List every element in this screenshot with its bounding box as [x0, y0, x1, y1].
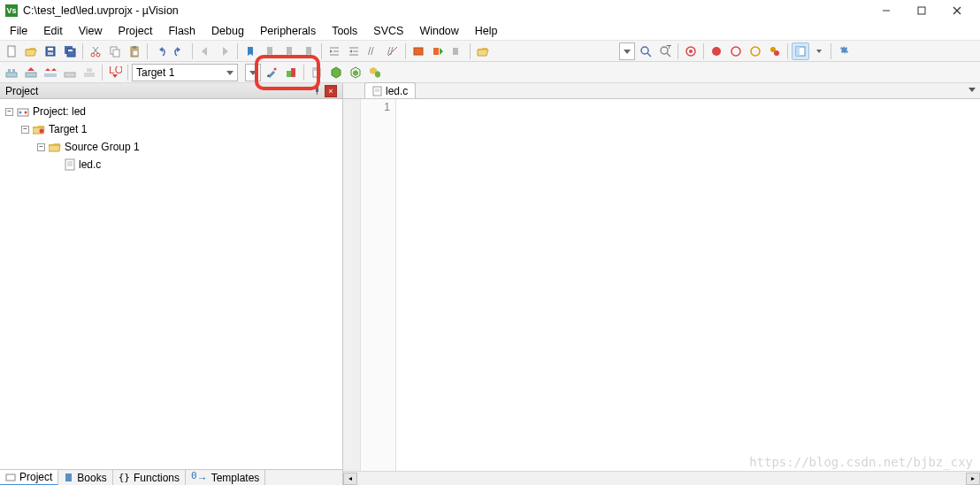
configure-button[interactable] [835, 42, 853, 60]
bookmark-toggle-button[interactable] [241, 42, 259, 60]
close-button[interactable] [939, 1, 975, 20]
menu-file[interactable]: File [2, 22, 35, 40]
stop-build-button[interactable] [80, 64, 98, 81]
panel-close-button[interactable]: × [325, 85, 337, 97]
tree-collapse-icon[interactable]: − [5, 108, 13, 116]
bookmark-clear-button[interactable] [300, 42, 318, 60]
cut-button[interactable] [87, 42, 104, 60]
tree-label: Source Group 1 [65, 141, 140, 153]
breakpoint-disable-button[interactable] [727, 42, 745, 60]
menu-edit[interactable]: Edit [35, 22, 71, 40]
editor-hscrollbar[interactable]: ◂ ▸ [343, 471, 980, 485]
undo-button[interactable] [151, 42, 169, 60]
svg-marker-55 [816, 50, 822, 53]
comment-button[interactable]: // [364, 42, 382, 60]
bookmark-prev-button[interactable] [261, 42, 279, 60]
breakpoint-killall-button[interactable] [766, 42, 784, 60]
svg-rect-65 [65, 73, 75, 77]
panel-tab-books[interactable]: Books [58, 470, 112, 486]
menu-bar: File Edit View Project Flash Debug Perip… [0, 21, 980, 41]
target-history-button[interactable] [245, 64, 261, 81]
panel-tab-project[interactable]: Project [0, 470, 58, 486]
batch-build-button[interactable] [61, 64, 79, 81]
menu-help[interactable]: Help [467, 22, 506, 40]
breakpoint-kill-button[interactable] [746, 42, 764, 60]
window-layout-button[interactable] [792, 42, 809, 60]
macro-run-button[interactable] [429, 42, 447, 60]
panel-tab-templates[interactable]: 0→ Templates [186, 470, 265, 486]
uncomment-button[interactable]: // [384, 42, 402, 60]
tree-project-root[interactable]: − Project: led [2, 103, 341, 120]
file-ext-button[interactable] [308, 64, 325, 81]
tree-collapse-icon[interactable]: − [37, 143, 45, 151]
project-panel-tabs: Project Books {} Functions 0→ Templates [0, 469, 342, 485]
tree-source-group[interactable]: − Source Group 1 [2, 138, 341, 156]
find-combo-arrow[interactable] [619, 42, 635, 60]
menu-svcs[interactable]: SVCS [365, 22, 411, 40]
target-select-combo[interactable]: Target 1 [132, 64, 238, 81]
editor-marker-margin[interactable] [343, 99, 361, 471]
tree-file-item[interactable]: led.c [2, 156, 341, 173]
save-button[interactable] [42, 42, 59, 60]
svg-rect-4 [8, 46, 15, 57]
incremental-find-button[interactable]: + [656, 42, 674, 60]
select-software-packs-button[interactable] [347, 64, 364, 81]
editor-tab[interactable]: led.c [364, 82, 416, 98]
menu-flash[interactable]: Flash [160, 22, 203, 40]
build-toolbar: LOAD Target 1 [0, 62, 980, 83]
bookmark-next-button[interactable] [280, 42, 298, 60]
debug-button[interactable] [682, 42, 700, 60]
pack-installer-button[interactable] [366, 64, 384, 81]
open-file-button[interactable] [22, 42, 40, 60]
svg-rect-88 [65, 159, 74, 170]
nav-back-button[interactable] [196, 42, 214, 60]
menu-debug[interactable]: Debug [203, 22, 252, 40]
nav-forward-button[interactable] [216, 42, 234, 60]
paste-button[interactable] [126, 42, 143, 60]
window-title: C:\test_led\led.uvprojx - µVision [23, 4, 869, 17]
menu-window[interactable]: Window [411, 22, 466, 40]
macro-stop-button[interactable] [448, 42, 466, 60]
redo-button[interactable] [171, 42, 188, 60]
menu-view[interactable]: View [71, 22, 111, 40]
find-button[interactable] [637, 42, 655, 60]
menu-peripherals[interactable]: Peripherals [252, 22, 324, 40]
tree-target[interactable]: − Target 1 [2, 120, 341, 138]
templates-tab-icon: 0→ [191, 470, 208, 484]
find-in-files-button[interactable] [474, 42, 492, 60]
outdent-button[interactable] [345, 42, 363, 60]
svg-marker-79 [353, 70, 358, 76]
scroll-right-button[interactable]: ▸ [966, 473, 980, 485]
tree-collapse-icon[interactable]: − [21, 126, 29, 134]
build-button[interactable] [22, 64, 40, 81]
project-tree[interactable]: − Project: led − Target 1 − Source Group… [0, 99, 342, 469]
options-for-target-button[interactable] [263, 64, 280, 81]
minimize-button[interactable] [869, 1, 904, 20]
menu-project[interactable]: Project [111, 22, 161, 40]
target-select-value: Target 1 [136, 66, 174, 79]
translate-button[interactable] [3, 64, 20, 81]
maximize-button[interactable] [904, 1, 939, 20]
window-layout-dropdown[interactable] [811, 42, 827, 60]
indent-button[interactable] [325, 42, 343, 60]
editor-tab-dropdown[interactable] [968, 85, 976, 94]
code-editor[interactable] [396, 99, 980, 471]
scroll-left-button[interactable]: ◂ [343, 473, 357, 485]
copy-button[interactable] [106, 42, 124, 60]
macro-button[interactable] [410, 42, 427, 60]
menu-tools[interactable]: Tools [324, 22, 365, 40]
svg-marker-71 [249, 71, 256, 75]
panel-tab-functions[interactable]: {} Functions [113, 470, 186, 486]
rebuild-button[interactable] [42, 64, 59, 81]
svg-rect-56 [6, 73, 17, 77]
manage-rtenv-button[interactable] [282, 64, 300, 81]
project-panel-header: Project × [0, 83, 342, 99]
panel-pin-button[interactable] [310, 85, 323, 97]
save-all-button[interactable] [61, 42, 79, 60]
manage-components-button[interactable] [327, 64, 345, 81]
breakpoint-insert-button[interactable] [708, 42, 725, 60]
new-file-button[interactable] [3, 42, 20, 60]
download-button[interactable]: LOAD [106, 64, 124, 81]
svg-point-86 [25, 112, 27, 114]
svg-text:+: + [666, 45, 671, 52]
